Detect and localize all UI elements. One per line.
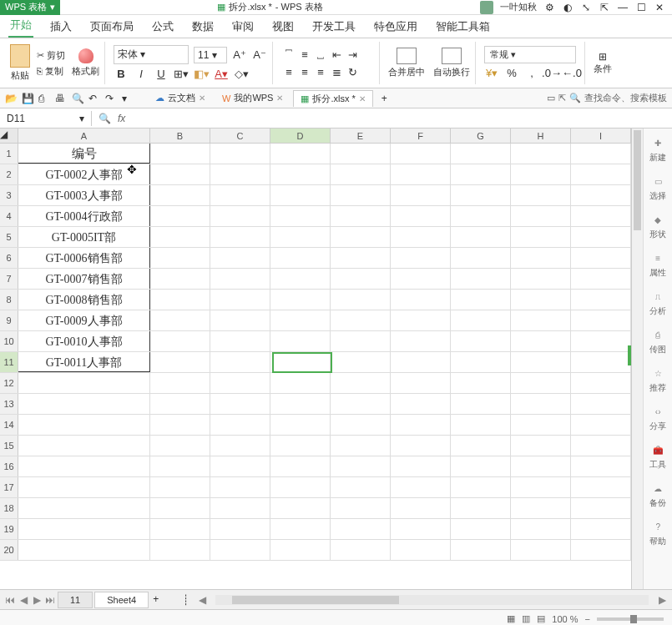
cell[interactable]: [571, 290, 631, 310]
cell[interactable]: [150, 436, 210, 456]
cell[interactable]: [331, 477, 391, 497]
cell[interactable]: [331, 519, 391, 539]
cell[interactable]: [150, 227, 210, 247]
row-header[interactable]: 3: [0, 185, 18, 205]
cell[interactable]: [571, 331, 631, 351]
conditional-button[interactable]: ⊞ 条件: [594, 51, 612, 75]
align-justify-icon[interactable]: ≣: [329, 64, 344, 79]
close-icon[interactable]: ✕: [654, 2, 665, 13]
cell[interactable]: [391, 352, 451, 372]
prev-sheet-icon[interactable]: ◀: [17, 593, 30, 607]
skin-icon[interactable]: ◐: [562, 2, 573, 13]
sheet-tab-active[interactable]: Sheet4: [94, 592, 149, 608]
side-item-传图[interactable]: ⎙传图: [649, 327, 666, 355]
menu-smart[interactable]: 智能工具箱: [434, 16, 492, 38]
cell[interactable]: [270, 352, 331, 372]
decrease-font-icon[interactable]: A⁻: [252, 48, 267, 63]
first-sheet-icon[interactable]: ⏮: [3, 593, 17, 607]
menu-home[interactable]: 开始: [8, 14, 33, 38]
cell[interactable]: [210, 498, 270, 518]
cell[interactable]: GT-0009人事部: [18, 310, 150, 330]
cell[interactable]: [391, 248, 451, 268]
cell[interactable]: [210, 456, 270, 476]
number-format-select[interactable]: 常规 ▾: [484, 46, 576, 63]
cell[interactable]: [331, 540, 391, 560]
col-header-E[interactable]: E: [331, 129, 391, 143]
search-label[interactable]: 查找命令、搜索模板: [584, 92, 667, 104]
fx-label[interactable]: fx: [118, 113, 125, 124]
increase-font-icon[interactable]: A⁺: [232, 48, 247, 63]
add-sheet-icon[interactable]: +: [153, 593, 166, 607]
cell[interactable]: [451, 415, 511, 435]
cell[interactable]: [331, 290, 391, 310]
wrap-button[interactable]: 自动换行: [433, 48, 470, 78]
size-select[interactable]: 11 ▾: [194, 47, 227, 63]
row-header[interactable]: 4: [0, 206, 18, 226]
align-bottom-icon[interactable]: ⎵: [313, 47, 328, 62]
paste-button[interactable]: 粘贴: [10, 44, 30, 82]
undo-icon[interactable]: ↶: [88, 93, 100, 104]
cell[interactable]: [331, 498, 391, 518]
side-item-帮助[interactable]: ?帮助: [649, 519, 666, 547]
cell[interactable]: [331, 456, 391, 476]
row-header[interactable]: 5: [0, 227, 18, 247]
cell[interactable]: [451, 269, 511, 289]
name-box[interactable]: D11 ▾: [0, 111, 92, 126]
cell[interactable]: [451, 373, 511, 393]
cell[interactable]: [391, 164, 451, 184]
cell[interactable]: [150, 310, 210, 330]
cell[interactable]: [451, 310, 511, 330]
cell[interactable]: [210, 352, 270, 372]
menu-formula[interactable]: 公式: [150, 16, 175, 38]
split-handle[interactable]: ┊: [183, 594, 189, 606]
side-item-分析[interactable]: ⎍分析: [649, 289, 666, 317]
cell[interactable]: [150, 248, 210, 268]
bold-button[interactable]: B: [114, 66, 129, 81]
cell[interactable]: [571, 248, 631, 268]
cell[interactable]: [511, 290, 571, 310]
cell[interactable]: [571, 498, 631, 518]
cell[interactable]: [571, 519, 631, 539]
cell[interactable]: [451, 436, 511, 456]
cell[interactable]: [331, 352, 391, 372]
cell[interactable]: GT-0008销售部: [18, 290, 150, 310]
cell[interactable]: [571, 310, 631, 330]
cell[interactable]: [210, 415, 270, 435]
cell[interactable]: [451, 352, 511, 372]
cell[interactable]: [18, 415, 150, 435]
cell[interactable]: [451, 519, 511, 539]
sheet-tab[interactable]: 11: [58, 592, 93, 608]
cell[interactable]: [331, 331, 391, 351]
cell[interactable]: [150, 394, 210, 414]
cell[interactable]: [511, 269, 571, 289]
cut-button[interactable]: ✂剪切: [37, 49, 65, 62]
row-header[interactable]: 18: [0, 498, 18, 518]
last-sheet-icon[interactable]: ⏭: [43, 593, 57, 607]
cell[interactable]: [571, 394, 631, 414]
cell[interactable]: [391, 185, 451, 205]
align-left-icon[interactable]: ≡: [281, 64, 296, 79]
merge-button[interactable]: 合并居中: [388, 48, 425, 78]
add-tab-icon[interactable]: +: [381, 93, 387, 104]
cell[interactable]: [391, 331, 451, 351]
row-header[interactable]: 10: [0, 331, 18, 351]
cell[interactable]: [391, 415, 451, 435]
format-painter-button[interactable]: 格式刷: [72, 48, 99, 78]
italic-button[interactable]: I: [134, 66, 149, 81]
cell[interactable]: [331, 227, 391, 247]
wps-badge[interactable]: WPS 表格 ▾: [0, 0, 60, 15]
cell[interactable]: [451, 227, 511, 247]
cell[interactable]: [210, 477, 270, 497]
row-header[interactable]: 6: [0, 248, 18, 268]
cell[interactable]: [511, 540, 571, 560]
open-icon[interactable]: 📂: [5, 93, 17, 104]
cell[interactable]: [571, 185, 631, 205]
minimize-icon[interactable]: —: [617, 2, 629, 13]
align-center-icon[interactable]: ≡: [297, 64, 312, 79]
side-item-备份[interactable]: ☁备份: [649, 481, 666, 509]
chevron-down-icon[interactable]: ▾: [122, 93, 134, 104]
cell[interactable]: [210, 540, 270, 560]
horizontal-scrollbar[interactable]: [215, 595, 649, 605]
row-header[interactable]: 17: [0, 477, 18, 497]
cell[interactable]: [451, 477, 511, 497]
